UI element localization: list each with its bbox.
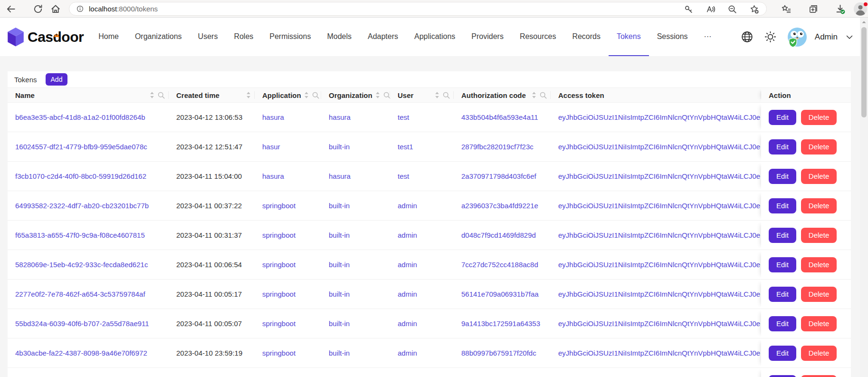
app-link[interactable]: springboot (262, 231, 296, 239)
app-link[interactable]: springboot (262, 261, 296, 269)
address-bar[interactable]: localhost:8000/tokens (69, 2, 767, 16)
nav-item-applications[interactable]: Applications (406, 18, 463, 56)
password-key-icon[interactable] (684, 4, 694, 14)
code-link[interactable]: 433b504b4f6a593e4a11 (461, 113, 538, 121)
sorter-icon[interactable] (246, 91, 251, 99)
edit-button[interactable]: Edit (769, 316, 796, 331)
token-link[interactable]: eyJhbGciOiJSUzI1NiIsImtpZCI6ImNlcnQtYnVp… (558, 202, 760, 210)
sorter-icon[interactable] (304, 91, 309, 99)
user-link[interactable]: admin (398, 319, 417, 328)
edit-button[interactable]: Edit (769, 139, 796, 155)
column-header-org[interactable]: Organization (321, 88, 390, 102)
collections-icon[interactable] (808, 4, 819, 14)
token-link[interactable]: eyJhbGciOiJSUzI1NiIsImtpZCI6ImNlcnQtYnVp… (558, 349, 760, 357)
theme-sun-icon[interactable] (764, 30, 777, 43)
search-icon[interactable] (158, 92, 165, 99)
edit-button[interactable]: Edit (769, 346, 796, 361)
nav-item-users[interactable]: Users (190, 18, 226, 56)
back-icon[interactable] (6, 4, 16, 14)
account-menu[interactable]: Admin (787, 27, 854, 47)
delete-button[interactable]: Delete (801, 228, 837, 243)
sorter-icon[interactable] (375, 91, 380, 99)
nav-item-resources[interactable]: Resources (512, 18, 564, 56)
delete-button[interactable]: Delete (801, 287, 837, 302)
zoom-out-icon[interactable] (727, 4, 738, 14)
name-link[interactable]: b6ea3e35-abcf-41d8-a1a2-01f00fd8264b (15, 113, 145, 121)
user-link[interactable]: test (398, 113, 409, 121)
refresh-icon[interactable] (33, 4, 43, 14)
delete-button[interactable]: Delete (801, 139, 837, 155)
site-info-icon[interactable] (76, 5, 84, 13)
name-link[interactable]: 2277e0f2-7e78-462f-a654-3c53759784af (15, 290, 145, 298)
app-link[interactable]: springboot (262, 349, 296, 357)
app-link[interactable]: springboot (262, 290, 296, 298)
name-link[interactable]: f3cb1070-c2d4-40f0-8bc0-59919d26d162 (15, 172, 146, 180)
user-link[interactable]: admin (398, 261, 417, 269)
sorter-icon[interactable] (532, 91, 536, 99)
user-link[interactable]: admin (398, 290, 417, 298)
sorter-icon[interactable] (150, 91, 154, 99)
org-link[interactable]: hasura (329, 113, 351, 121)
scrollbar-up-arrow[interactable] (861, 19, 867, 25)
name-link[interactable]: 55bd324a-6039-40f6-b707-2a55d78ae911 (15, 319, 149, 328)
delete-button[interactable]: Delete (801, 257, 837, 272)
token-link[interactable]: eyJhbGciOiJSUzI1NiIsImtpZCI6ImNlcnQtYnVp… (558, 172, 760, 180)
token-link[interactable]: eyJhbGciOiJSUzI1NiIsImtpZCI6ImNlcnQtYnVp… (558, 143, 760, 151)
app-link[interactable]: hasur (262, 143, 280, 151)
nav-item-home[interactable]: Home (90, 18, 127, 56)
nav-item-adapters[interactable]: Adapters (360, 18, 406, 56)
column-header-user[interactable]: User (390, 88, 454, 102)
downloads-icon[interactable] (835, 4, 845, 14)
app-link[interactable]: springboot (262, 202, 296, 210)
search-icon[interactable] (383, 92, 391, 99)
app-link[interactable]: springboot (262, 319, 296, 328)
name-link[interactable]: 16024557-df21-4779-bfb9-959e5dae078c (15, 143, 147, 151)
scrollbar-thumb[interactable] (861, 27, 867, 117)
home-icon[interactable] (50, 4, 61, 14)
search-icon[interactable] (540, 92, 547, 99)
token-link[interactable]: eyJhbGciOiJSUzI1NiIsImtpZCI6ImNlcnQtYnVp… (558, 319, 760, 328)
column-header-code[interactable]: Authorization code (454, 88, 551, 102)
edit-button[interactable]: Edit (769, 375, 796, 377)
add-favorite-icon[interactable] (749, 4, 760, 14)
nav-item-tokens[interactable]: Tokens (609, 18, 649, 56)
org-link[interactable]: built-in (329, 349, 350, 357)
edit-button[interactable]: Edit (769, 198, 796, 213)
nav-item-sessions[interactable]: Sessions (649, 18, 696, 56)
search-icon[interactable] (443, 92, 450, 99)
nav-item-organizations[interactable]: Organizations (127, 18, 190, 56)
delete-button[interactable]: Delete (801, 375, 837, 377)
org-link[interactable]: built-in (329, 290, 350, 298)
delete-button[interactable]: Delete (801, 316, 837, 331)
token-link[interactable]: eyJhbGciOiJSUzI1NiIsImtpZCI6ImNlcnQtYnVp… (558, 290, 760, 298)
column-header-name[interactable]: Name (8, 88, 169, 102)
code-link[interactable]: a2396037c3ba4fd9221e (461, 202, 538, 210)
read-aloud-icon[interactable] (706, 4, 716, 14)
code-link[interactable]: d048c7f9cd1469fd829d (461, 231, 536, 239)
org-link[interactable]: built-in (329, 261, 350, 269)
user-link[interactable]: test (398, 172, 409, 180)
nav-item-more[interactable]: ··· (696, 18, 720, 56)
code-link[interactable]: 2a370971798d403fc6ef (461, 172, 536, 180)
user-link[interactable]: admin (398, 349, 417, 357)
edit-button[interactable]: Edit (769, 287, 796, 302)
user-link[interactable]: test1 (398, 143, 413, 151)
nav-item-records[interactable]: Records (564, 18, 609, 56)
org-link[interactable]: hasura (329, 172, 351, 180)
delete-button[interactable]: Delete (801, 346, 837, 361)
sorter-icon[interactable] (435, 91, 439, 99)
org-link[interactable]: built-in (329, 202, 350, 210)
app-link[interactable]: hasura (262, 172, 284, 180)
token-link[interactable]: eyJhbGciOiJSUzI1NiIsImtpZCI6ImNlcnQtYnVp… (558, 113, 760, 121)
delete-button[interactable]: Delete (801, 198, 837, 213)
name-link[interactable]: 64993582-2322-4df7-ab20-cb23201bc77b (15, 202, 149, 210)
nav-item-models[interactable]: Models (319, 18, 360, 56)
code-link[interactable]: 56141e709a06931b7faa (461, 290, 539, 298)
casdoor-logo[interactable]: Casdoor (7, 27, 84, 47)
code-link[interactable]: 7cc27dc752cc4188ac8d (461, 261, 538, 269)
edit-button[interactable]: Edit (769, 169, 796, 184)
language-globe-icon[interactable] (741, 30, 754, 43)
edit-button[interactable]: Edit (769, 257, 796, 272)
token-link[interactable]: eyJhbGciOiJSUzI1NiIsImtpZCI6ImNlcnQtYnVp… (558, 261, 760, 269)
delete-button[interactable]: Delete (801, 110, 837, 125)
